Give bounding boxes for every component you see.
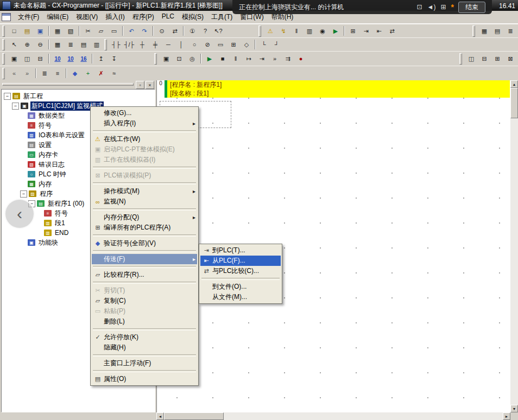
scroll-right-icon[interactable]: ► (503, 412, 510, 420)
menu-item-compile-all-programs[interactable]: ⊞编译所有的PLC程序(A) (92, 222, 197, 233)
send-changes-icon[interactable]: ⇥ (359, 25, 372, 37)
grid-height-16-icon[interactable]: 16 (77, 53, 90, 65)
align-list-icon[interactable]: ≣ (38, 67, 51, 79)
menu-item-start-plcpt-simulation[interactable]: ▣启动PLC-PT整体模拟(E) (92, 144, 197, 155)
instruction-icon[interactable]: ▭ (214, 39, 227, 50)
scroll-up-icon[interactable]: ▲ (510, 80, 518, 88)
open-project-icon[interactable]: ▤ (21, 25, 34, 37)
zoom-in-icon[interactable]: ⊕ (21, 39, 34, 50)
monitor-window-icon[interactable]: ▣ (160, 53, 173, 65)
break-point-icon[interactable]: ● (294, 53, 307, 65)
menu-item[interactable]: PLC (158, 11, 178, 23)
menu-item-from-file[interactable]: 从文件(M)... (200, 292, 281, 302)
pause-icon[interactable]: ‖ (229, 53, 242, 65)
menu-item-copy[interactable]: ▱复制(C) (92, 296, 197, 306)
dock-pin-icon[interactable]: ▫ (136, 81, 144, 89)
cut-icon[interactable]: ✂ (81, 25, 94, 37)
menu-item-work-online-simulator[interactable]: ▥工作在线模拟器(I) (92, 155, 197, 165)
cascade-windows-icon[interactable]: ◫ (21, 53, 34, 65)
paste-icon[interactable]: ▭ (108, 25, 121, 37)
help-icon[interactable]: ? (199, 25, 212, 37)
menu-item-hide[interactable]: 隐藏(H) (92, 342, 197, 353)
online-edit-icon[interactable]: ⊞ (346, 25, 359, 37)
next-rung-icon[interactable]: ↧ (108, 53, 121, 65)
grid-width-10-icon[interactable]: 10 (64, 53, 77, 65)
tree-node[interactable]: −▤新工程 (2, 91, 155, 101)
menu-item-transfer[interactable]: 传送(F)▸ (92, 254, 197, 264)
vertical-scrollbar[interactable]: ▲ ▼ (510, 80, 518, 412)
compare-icon[interactable]: ⇄ (386, 25, 399, 37)
menu-item-monitor[interactable]: ∞监视(N) (92, 196, 197, 207)
work-online-icon[interactable]: ⚠ (264, 25, 277, 37)
watch-window-icon[interactable]: ▥ (90, 39, 103, 50)
line-remove-icon[interactable]: ┘ (270, 39, 283, 50)
zoom-out-icon[interactable]: ⊖ (34, 39, 47, 50)
horizontal-scroll-thumb[interactable] (164, 412, 224, 420)
io-table-icon[interactable]: ▦ (478, 25, 491, 37)
split-window-icon[interactable]: ◫ (465, 53, 478, 65)
menu-item-allow-docking[interactable]: ✓允许停放(K) (92, 332, 197, 342)
grid-toggle-icon[interactable]: ▦ (51, 39, 64, 50)
step-into-icon[interactable]: ⇥ (255, 53, 268, 65)
differential-monitor-icon[interactable]: ◎ (186, 53, 199, 65)
about-icon[interactable]: ① (186, 25, 199, 37)
menu-item-properties[interactable]: ▤属性(O) (92, 374, 197, 384)
menu-item[interactable]: 模拟(S) (178, 11, 207, 23)
windows-icon[interactable]: ⊞ (440, 3, 446, 11)
speaker-icon[interactable]: ◄) (427, 3, 436, 11)
zoom-level-10-icon[interactable]: 10 (51, 53, 64, 65)
wave-tool-icon[interactable]: ≈ (108, 67, 121, 79)
menu-item-memory-allocation[interactable]: 内存分配(Q)▸ (92, 212, 197, 222)
menu-item[interactable]: 插入(I) (102, 11, 128, 23)
align-grid-icon[interactable]: ≡ (51, 67, 64, 79)
menu-item-float-in-main-window[interactable]: 主窗口上浮动(F) (92, 358, 197, 368)
menu-item[interactable]: 程序(P) (129, 11, 158, 23)
print-preview-icon[interactable]: ▧ (64, 25, 77, 37)
stop-icon[interactable]: ■ (216, 53, 229, 65)
next-reference-icon[interactable]: » (21, 67, 34, 79)
delete-row-icon[interactable]: ✗ (94, 67, 108, 79)
collapse-icon[interactable]: − (4, 93, 11, 100)
sunflower-icon[interactable]: * (451, 3, 454, 11)
collapse-icon[interactable]: − (12, 103, 19, 110)
coil-icon[interactable]: ○ (188, 39, 201, 50)
menu-item-operating-mode[interactable]: 操作模式(M)▸ (92, 186, 197, 196)
horizontal-scrollbar[interactable]: ◄ ► (156, 412, 510, 420)
menu-item-to-plc[interactable]: ⇥到PLC(T)... (200, 245, 281, 256)
previous-rung-icon[interactable]: ↥ (94, 53, 108, 65)
menu-item-delete[interactable]: 删除(L) (92, 316, 197, 327)
monitor-mode-icon[interactable]: ↯ (277, 25, 290, 37)
dock-handle[interactable] (2, 83, 134, 86)
menu-item-insert-program[interactable]: 插入程序(I)▸ (92, 118, 197, 129)
menu-item-compare-with-plc[interactable]: ⇄与PLC比较(C)... (200, 266, 281, 276)
previous-reference-icon[interactable]: « (8, 67, 21, 79)
open-contact-icon[interactable]: ┤├ (110, 39, 123, 50)
find-icon[interactable]: ⊙ (155, 25, 168, 37)
rung-annotation-icon[interactable]: ▤ (77, 39, 90, 50)
zoom-select-icon[interactable]: ↖ (8, 39, 21, 50)
menu-item-modify[interactable]: 修改(G)... (92, 108, 197, 118)
menu-item-from-plc[interactable]: ⇤从PLC(F)... (200, 256, 281, 266)
replace-icon[interactable]: ⇄ (168, 25, 181, 37)
menu-item-to-file[interactable]: 到文件(O)... (200, 282, 281, 292)
scroll-left-icon[interactable]: ◄ (156, 412, 164, 420)
context-help-icon[interactable]: ↖? (212, 25, 225, 37)
show-comments-icon[interactable]: ≣ (64, 39, 77, 50)
scan-run-icon[interactable]: ⇉ (281, 53, 294, 65)
tile-windows-icon[interactable]: ⊟ (34, 53, 47, 65)
symbol-table-icon[interactable]: ▤ (491, 25, 504, 37)
horizontal-line-icon[interactable]: ─ (162, 39, 175, 50)
maximize-editor-icon[interactable]: ⊞ (491, 53, 504, 65)
closed-contact-or-icon[interactable]: ╪ (149, 39, 162, 50)
debug-mode-icon[interactable]: ◉ (316, 25, 329, 37)
continuous-run-icon[interactable]: » (268, 53, 281, 65)
back-navigation-overlay[interactable]: ‹ (4, 199, 35, 229)
open-contact-or-icon[interactable]: ┼ (136, 39, 149, 50)
split-horizontal-icon[interactable]: ⊟ (478, 53, 491, 65)
receive-changes-icon[interactable]: ⇤ (372, 25, 386, 37)
closed-contact-icon[interactable]: ┤/├ (123, 39, 136, 50)
run-mode-icon[interactable]: ▶ (329, 25, 342, 37)
scroll-down-icon[interactable]: ▼ (510, 405, 518, 412)
run-icon[interactable]: ▶ (203, 53, 216, 65)
new-document-icon[interactable]: □ (8, 25, 21, 37)
